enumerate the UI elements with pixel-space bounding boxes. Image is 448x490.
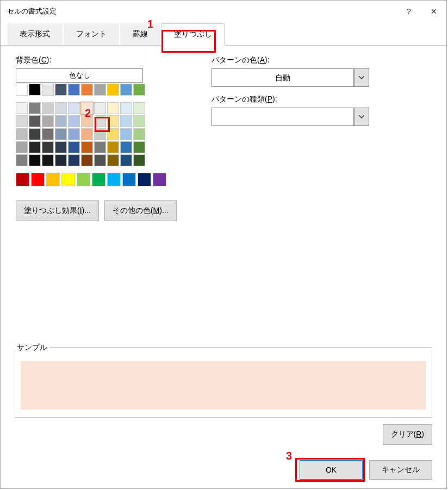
tint-color-swatch[interactable] <box>94 115 106 127</box>
tint-color-swatch[interactable] <box>29 128 41 140</box>
tint-color-swatch[interactable] <box>133 141 145 153</box>
dialog-buttons: OK キャンセル <box>300 460 432 480</box>
tint-color-swatch[interactable] <box>55 102 67 114</box>
tint-color-swatch[interactable] <box>81 115 93 127</box>
titlebar: セルの書式設定 ? ✕ <box>1 1 446 22</box>
tint-color-swatch[interactable] <box>68 141 80 153</box>
clear-button[interactable]: クリア(R) <box>383 424 432 445</box>
tint-color-swatch[interactable] <box>68 102 80 114</box>
tint-color-swatch[interactable] <box>42 154 54 166</box>
tint-color-swatch[interactable] <box>55 115 67 127</box>
pattern-type-label: パターンの種類(P): <box>211 95 431 104</box>
tint-color-swatch[interactable] <box>133 154 145 166</box>
tint-color-swatch[interactable] <box>55 128 67 140</box>
tint-color-swatch[interactable] <box>42 102 54 114</box>
pattern-color-label: パターンの色(A): <box>211 55 431 65</box>
tint-color-swatch[interactable] <box>55 141 67 153</box>
theme-color-swatch[interactable] <box>81 84 93 96</box>
tab-display-format[interactable]: 表示形式 <box>7 23 63 45</box>
tint-color-swatch[interactable] <box>107 154 119 166</box>
tint-color-swatch[interactable] <box>68 115 80 127</box>
tint-color-swatch[interactable] <box>107 128 119 140</box>
theme-color-swatch[interactable] <box>55 84 67 96</box>
tint-color-swatch[interactable] <box>107 141 119 153</box>
tint-color-swatch[interactable] <box>120 115 132 127</box>
ok-button[interactable]: OK <box>300 460 363 480</box>
tint-color-swatch[interactable] <box>120 141 132 153</box>
tint-color-swatch[interactable] <box>29 154 41 166</box>
tint-color-swatch[interactable] <box>81 102 93 114</box>
tint-row <box>16 102 179 114</box>
tint-color-swatch[interactable] <box>42 128 54 140</box>
tint-color-swatch[interactable] <box>94 154 106 166</box>
tint-color-swatch[interactable] <box>68 128 80 140</box>
tint-color-swatch[interactable] <box>29 115 41 127</box>
sample-group: サンプル <box>15 337 432 418</box>
theme-color-swatch[interactable] <box>42 84 54 96</box>
tint-color-swatch[interactable] <box>16 128 28 140</box>
tint-color-swatch[interactable] <box>55 154 67 166</box>
theme-color-swatch[interactable] <box>94 84 106 96</box>
theme-colors-grid <box>16 84 179 186</box>
pattern-color-dropdown[interactable]: 自動 <box>211 68 369 87</box>
theme-color-swatch[interactable] <box>29 84 41 96</box>
close-button[interactable]: ✕ <box>421 1 446 22</box>
theme-color-swatch[interactable] <box>107 84 119 96</box>
tint-color-swatch[interactable] <box>16 115 28 127</box>
tint-color-swatch[interactable] <box>133 115 145 127</box>
theme-row <box>16 84 179 96</box>
sample-preview <box>21 361 426 410</box>
chevron-down-icon[interactable] <box>354 108 369 126</box>
tint-color-swatch[interactable] <box>16 154 28 166</box>
tint-color-swatch[interactable] <box>81 154 93 166</box>
tab-bar: 表示形式 フォント 罫線 塗りつぶし <box>1 22 446 46</box>
standard-color-swatch[interactable] <box>92 173 105 186</box>
tint-color-swatch[interactable] <box>42 141 54 153</box>
pattern-type-dropdown[interactable] <box>211 108 369 126</box>
tab-content: 背景色(C): 色なし 塗りつぶし効果(I)... その他の色(M)... パ <box>1 46 446 227</box>
standard-color-swatch[interactable] <box>31 173 45 186</box>
fill-effects-button[interactable]: 塗りつぶし効果(I)... <box>16 200 99 221</box>
tint-color-swatch[interactable] <box>16 102 28 114</box>
standard-color-swatch[interactable] <box>122 173 136 186</box>
theme-color-swatch[interactable] <box>120 84 132 96</box>
tint-color-swatch[interactable] <box>107 115 119 127</box>
tint-color-swatch[interactable] <box>68 154 80 166</box>
theme-color-swatch[interactable] <box>133 84 145 96</box>
more-colors-button[interactable]: その他の色(M)... <box>104 200 177 221</box>
standard-color-swatch[interactable] <box>46 173 60 186</box>
tint-color-swatch[interactable] <box>94 128 106 140</box>
tint-color-swatch[interactable] <box>29 141 41 153</box>
tint-color-swatch[interactable] <box>16 141 28 153</box>
background-color-section: 背景色(C): 色なし 塗りつぶし効果(I)... その他の色(M)... <box>16 55 179 221</box>
help-button[interactable]: ? <box>396 1 421 22</box>
tab-font[interactable]: フォント <box>64 23 119 45</box>
standard-color-swatch[interactable] <box>61 173 75 186</box>
chevron-down-icon[interactable] <box>354 68 369 87</box>
tint-color-swatch[interactable] <box>133 102 145 114</box>
standard-color-swatch[interactable] <box>153 173 166 186</box>
tab-fill[interactable]: 塗りつぶし <box>161 23 225 46</box>
tint-color-swatch[interactable] <box>133 128 145 140</box>
tint-color-swatch[interactable] <box>94 102 106 114</box>
theme-color-swatch[interactable] <box>68 84 80 96</box>
sample-box <box>15 347 432 418</box>
tint-color-swatch[interactable] <box>120 102 132 114</box>
tint-color-swatch[interactable] <box>120 128 132 140</box>
no-color-button[interactable]: 色なし <box>16 68 143 83</box>
standard-color-swatch[interactable] <box>138 173 151 186</box>
tab-border[interactable]: 罫線 <box>120 23 160 45</box>
tint-color-swatch[interactable] <box>29 102 41 114</box>
tint-color-swatch[interactable] <box>120 154 132 166</box>
tint-color-swatch[interactable] <box>42 115 54 127</box>
standard-color-swatch[interactable] <box>77 173 90 186</box>
theme-color-swatch[interactable] <box>16 84 28 96</box>
tint-color-swatch[interactable] <box>81 141 93 153</box>
pattern-color-value: 自動 <box>211 68 354 87</box>
standard-color-swatch[interactable] <box>107 173 121 186</box>
cancel-button[interactable]: キャンセル <box>369 460 432 480</box>
tint-color-swatch[interactable] <box>107 102 119 114</box>
tint-color-swatch[interactable] <box>94 141 106 153</box>
tint-color-swatch[interactable] <box>81 128 93 140</box>
standard-color-swatch[interactable] <box>16 173 29 186</box>
